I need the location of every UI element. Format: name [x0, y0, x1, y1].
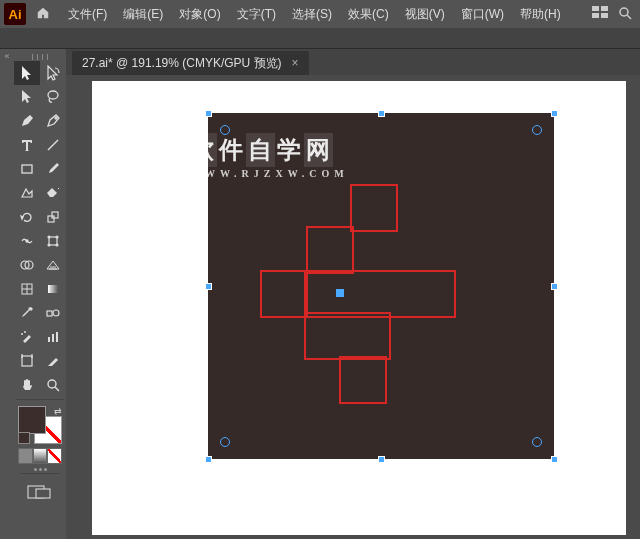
- color-mode-icon[interactable]: [18, 448, 33, 464]
- svg-point-26: [21, 333, 23, 335]
- artboard-tool[interactable]: [14, 349, 40, 373]
- document-area: 27.ai* @ 191.19% (CMYK/GPU 预览) × 软 件 自 学…: [66, 49, 640, 539]
- selection-center-anchor[interactable]: [336, 289, 344, 297]
- gradient-mode-icon[interactable]: [33, 448, 48, 464]
- hand-tool[interactable]: [14, 373, 40, 397]
- eraser-tool[interactable]: [40, 181, 66, 205]
- rectangle-tool[interactable]: [14, 157, 40, 181]
- selection-handle[interactable]: [205, 283, 212, 290]
- watermark-char: 网: [304, 133, 333, 167]
- selection-handle[interactable]: [551, 456, 558, 463]
- paintbrush-tool[interactable]: [40, 157, 66, 181]
- tools-panel: ⇄: [14, 49, 66, 539]
- corner-widget-icon[interactable]: [532, 437, 542, 447]
- scale-tool[interactable]: [40, 205, 66, 229]
- watermark-char: 软: [188, 133, 217, 167]
- svg-rect-24: [47, 311, 52, 316]
- perspective-grid-tool[interactable]: [40, 253, 66, 277]
- eyedropper-tool[interactable]: [14, 301, 40, 325]
- curvature-tool[interactable]: [40, 109, 66, 133]
- selection-handle[interactable]: [378, 456, 385, 463]
- watermark-char: 学: [275, 133, 304, 167]
- svg-rect-28: [48, 337, 50, 342]
- collapse-chevron-icon: «: [4, 51, 9, 61]
- svg-point-15: [56, 236, 58, 238]
- free-transform-tool[interactable]: [40, 229, 66, 253]
- svg-rect-31: [22, 356, 32, 366]
- menu-view[interactable]: 视图(V): [397, 0, 453, 28]
- magic-wand-tool[interactable]: [14, 85, 40, 109]
- zoom-tool[interactable]: [40, 373, 66, 397]
- selection-tool[interactable]: [14, 61, 40, 85]
- shape-rect[interactable]: [350, 184, 398, 232]
- menu-object[interactable]: 对象(O): [171, 0, 228, 28]
- shape-builder-tool[interactable]: [14, 253, 40, 277]
- symbol-sprayer-tool[interactable]: [14, 325, 40, 349]
- shape-rect[interactable]: [260, 270, 308, 318]
- svg-line-35: [55, 387, 59, 391]
- selection-handle[interactable]: [205, 110, 212, 117]
- svg-rect-13: [49, 237, 57, 245]
- swap-fill-stroke-icon[interactable]: ⇄: [54, 406, 62, 416]
- app-logo: Ai: [4, 3, 26, 25]
- type-tool[interactable]: [14, 133, 40, 157]
- line-segment-tool[interactable]: [40, 133, 66, 157]
- document-tabbar: 27.ai* @ 191.19% (CMYK/GPU 预览) ×: [66, 49, 640, 75]
- arrange-documents-icon[interactable]: [592, 6, 608, 23]
- menu-help[interactable]: 帮助(H): [512, 0, 569, 28]
- direct-selection-tool[interactable]: [40, 61, 66, 85]
- shape-rect[interactable]: [304, 312, 391, 360]
- gradient-tool[interactable]: [40, 277, 66, 301]
- menu-effect[interactable]: 效果(C): [340, 0, 397, 28]
- titlebar-right: [592, 6, 632, 23]
- corner-widget-icon[interactable]: [532, 125, 542, 135]
- selection-handle[interactable]: [378, 110, 385, 117]
- fill-swatch[interactable]: [18, 406, 46, 434]
- selection-handle[interactable]: [205, 456, 212, 463]
- slice-tool[interactable]: [40, 349, 66, 373]
- pen-tool[interactable]: [14, 109, 40, 133]
- svg-point-14: [48, 236, 50, 238]
- svg-rect-30: [56, 332, 58, 342]
- watermark-url: WWW.RJZXW.COM: [190, 168, 349, 179]
- menu-select[interactable]: 选择(S): [284, 0, 340, 28]
- menu-edit[interactable]: 编辑(E): [115, 0, 171, 28]
- mesh-tool[interactable]: [14, 277, 40, 301]
- svg-point-17: [56, 244, 58, 246]
- default-fill-stroke-icon[interactable]: [18, 432, 30, 444]
- shape-rect[interactable]: [306, 226, 354, 274]
- shape-rect[interactable]: [304, 270, 456, 318]
- panel-grip[interactable]: [14, 53, 66, 61]
- canvas-viewport[interactable]: 软 件 自 学 网 WWW.RJZXW.COM: [66, 75, 640, 539]
- canvas[interactable]: 软 件 自 学 网 WWW.RJZXW.COM: [92, 81, 626, 535]
- none-mode-icon[interactable]: [47, 448, 62, 464]
- corner-widget-icon[interactable]: [220, 125, 230, 135]
- workspace: «: [0, 49, 640, 539]
- home-icon[interactable]: [36, 6, 50, 23]
- column-graph-tool[interactable]: [40, 325, 66, 349]
- screen-mode-icon[interactable]: [22, 482, 58, 502]
- menu-file[interactable]: 文件(F): [60, 0, 115, 28]
- tool-divider-2: [20, 473, 60, 474]
- svg-point-12: [26, 240, 28, 242]
- tab-close-icon[interactable]: ×: [292, 56, 299, 70]
- corner-widget-icon[interactable]: [220, 437, 230, 447]
- rotate-tool[interactable]: [14, 205, 40, 229]
- more-tools-icon[interactable]: [18, 468, 62, 471]
- svg-point-34: [48, 380, 56, 388]
- shaper-tool[interactable]: [14, 181, 40, 205]
- document-tab[interactable]: 27.ai* @ 191.19% (CMYK/GPU 预览) ×: [72, 51, 309, 75]
- selection-handle[interactable]: [551, 283, 558, 290]
- svg-rect-1: [601, 6, 608, 11]
- panel-collapse-strip[interactable]: «: [0, 49, 14, 539]
- selection-handle[interactable]: [551, 110, 558, 117]
- menu-window[interactable]: 窗口(W): [453, 0, 512, 28]
- lasso-tool[interactable]: [40, 85, 66, 109]
- svg-point-27: [24, 331, 26, 333]
- svg-rect-11: [52, 212, 58, 218]
- width-tool[interactable]: [14, 229, 40, 253]
- search-icon[interactable]: [618, 6, 632, 23]
- menu-type[interactable]: 文字(T): [229, 0, 284, 28]
- blend-tool[interactable]: [40, 301, 66, 325]
- shape-rect[interactable]: [339, 356, 387, 404]
